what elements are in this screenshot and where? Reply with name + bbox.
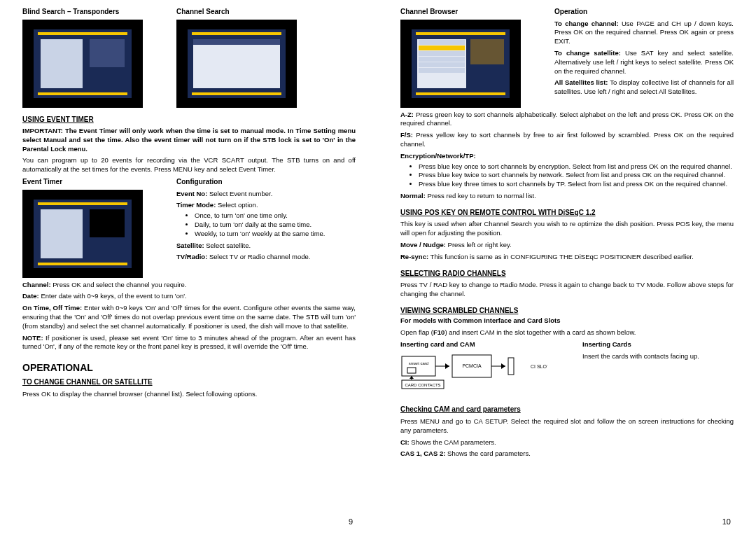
cfg-onoff: On Time, Off Time: Enter with 0~9 keys '…	[22, 304, 356, 330]
svg-text:PCMCIA: PCMCIA	[462, 363, 482, 368]
enc-item-2: Press blue key twice to sort channels by…	[419, 171, 734, 180]
heading-scrambled: VIEWING SCRAMBLED CHANNELS	[400, 306, 734, 316]
svg-text:smart card: smart card	[409, 361, 428, 365]
page-right: Channel Browser Operation To change chan…	[378, 7, 756, 530]
cfg-timer-mode-list: Once, to turn 'on' one time only. Daily,…	[176, 211, 356, 238]
heading-channel-browser: Channel Browser	[400, 7, 533, 17]
resync: Re-sync: This function is same as in CON…	[400, 253, 734, 262]
op-az: A-Z: Press green key to sort channels al…	[400, 111, 734, 129]
radio-text: Press TV / RAD key to change to Radio Mo…	[400, 281, 734, 299]
cfg-date: Date: Enter date with 0~9 keys, of the e…	[22, 292, 356, 301]
move-nudge: Move / Nudge: Press left or right key.	[400, 241, 734, 250]
cfg-once: Once, to turn 'on' one time only.	[195, 211, 356, 221]
cfg-timer-mode: Timer Mode: Select option.	[176, 201, 356, 210]
screenshot-event-timer	[22, 190, 143, 278]
scrambled-sub: For models with Common Interface and Car…	[400, 316, 561, 324]
svg-text:CI SLOT: CI SLOT	[531, 364, 547, 369]
cfg-weekly: Weekly, to turn 'on' weekly at the same …	[195, 230, 356, 239]
heading-operational: OPERATIONAL	[22, 361, 356, 375]
page-number-right: 10	[722, 517, 731, 527]
heading-configuration: Configuration	[176, 177, 356, 187]
heading-event-timer: Event Timer	[22, 177, 155, 187]
cfg-satellite: Satellite: Select satellite.	[176, 242, 356, 251]
heading-check-cam: Checking CAM and card parameters	[400, 405, 734, 414]
heading-using-event-timer: USING EVENT TIMER	[22, 115, 356, 125]
scrambled-text: Open flap (F10) and insert CAM in the sl…	[400, 328, 734, 337]
svg-text:CARD CONTACTS: CARD CONTACTS	[405, 383, 440, 387]
cas-line: CAS 1, CAS 2: Shows the card parameters.	[400, 449, 734, 459]
op-change-channel: To change channel: Use PAGE and CH up / …	[554, 20, 734, 46]
op-change-satellite: To change satellite: Use SAT key and sel…	[554, 49, 734, 76]
heading-encryption: Encryption/Network/TP:	[400, 152, 476, 160]
ci-line: CI: Shows the CAM parameters.	[400, 438, 734, 447]
encryption-list: Press blue key once to sort channels by …	[400, 162, 734, 189]
svg-rect-2	[407, 368, 416, 373]
heading-channel-search: Channel Search	[176, 7, 309, 17]
heading-to-change: TO CHANGE CHANNEL OR SATELLITE	[22, 377, 356, 387]
to-change-text: Press OK to display the channel browser …	[22, 390, 356, 399]
cam-diagram: smart card PCMCIA CI SLOT CARD CONTACTS	[400, 352, 547, 400]
pos-text: This key is used when after Channel Sear…	[400, 220, 734, 238]
enc-item-1: Press blue key once to sort channels by …	[419, 162, 734, 172]
thumbnail-row-1: Blind Search – Transponders Channel Sear…	[22, 7, 356, 108]
screenshot-channel-search	[176, 20, 297, 108]
heading-operation: Operation	[554, 7, 734, 17]
page-number-left: 9	[349, 517, 353, 527]
svg-rect-5	[508, 358, 514, 375]
inserting-row: Inserting card and CAM smart card PCMCIA…	[400, 340, 734, 403]
cfg-channel: Channel: Press OK and select the channel…	[22, 281, 356, 290]
op-all-satellites: All Satellites list: To display collecti…	[554, 78, 734, 97]
important-note: IMPORTANT: The Event Timer will only wor…	[22, 127, 356, 153]
insert-cards-text: Insert the cards with contacts facing up…	[582, 352, 734, 361]
screenshot-channel-browser	[400, 20, 521, 108]
program-intro: You can program up to 20 events for reco…	[22, 156, 356, 174]
op-normal: Normal: Press red key to return to norma…	[400, 192, 734, 201]
heading-insert-cam: Inserting card and CAM	[400, 340, 475, 348]
enc-item-3: Press blue key three times to sort chann…	[419, 180, 734, 189]
heading-pos-key: USING POS KEY ON REMOTE CONTROL WITH DiS…	[400, 208, 734, 218]
heading-radio: SELECTING RADIO CHANNELS	[400, 269, 734, 279]
heading-insert-cards: Inserting Cards	[582, 340, 631, 348]
cfg-tvradio: TV/Radio: Select TV or Radio channel mod…	[176, 253, 356, 262]
screenshot-blind-search	[22, 20, 143, 108]
cfg-daily: Daily, to turn 'on' daily at the same ti…	[195, 221, 356, 230]
event-timer-row: Event Timer Configuration Event No: Sele…	[22, 177, 356, 278]
heading-blind-search: Blind Search – Transponders	[22, 7, 155, 17]
browser-row: Channel Browser Operation To change chan…	[400, 7, 734, 108]
note: NOTE: If positioner is used, please set …	[22, 334, 356, 352]
page-left: Blind Search – Transponders Channel Sear…	[0, 7, 378, 530]
op-fs: F/S: Press yellow key to sort channels b…	[400, 131, 734, 149]
svg-rect-0	[402, 356, 435, 376]
cfg-event-no: Event No: Select Event number.	[176, 190, 356, 199]
check-text: Press MENU and go to CA SETUP. Select th…	[400, 417, 734, 435]
